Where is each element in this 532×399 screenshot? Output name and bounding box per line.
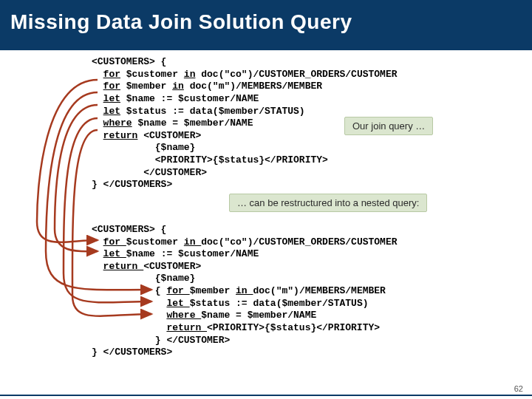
t: doc("m")/MEMBERS/MEMBER <box>253 285 385 296</box>
kw-return: return <box>103 261 144 272</box>
t: $customer <box>120 69 184 80</box>
t: $name = $member/NAME <box>201 310 316 321</box>
t: $member <box>120 81 172 92</box>
t <box>92 322 166 333</box>
t: </CUSTOMER> <box>92 167 207 178</box>
kw-let: let <box>166 298 189 309</box>
annotation-restructured: … can be restructured into a nested quer… <box>229 194 427 212</box>
kw-where: where <box>103 117 132 129</box>
t: } </CUSTOMERS> <box>92 179 172 190</box>
code-block-original: <CUSTOMERS> { for $customer in doc("co")… <box>92 56 532 191</box>
t: <CUSTOMER> <box>137 130 201 141</box>
t: } </CUSTOMER> <box>92 335 230 346</box>
t <box>92 310 166 321</box>
t: <CUSTOMERS> { <box>92 224 166 235</box>
kw-in: in <box>184 236 201 248</box>
t: $name := $customer/NAME <box>120 93 259 104</box>
t: $customer <box>126 236 184 248</box>
t <box>92 130 103 141</box>
kw-let: let <box>103 106 120 117</box>
footer-divider <box>0 395 532 396</box>
t: {$name} <box>92 142 195 153</box>
kw-let: let <box>103 93 120 104</box>
t <box>92 106 103 117</box>
kw-let: let <box>103 248 126 259</box>
t <box>92 81 103 92</box>
t: <PRIORITY>{$status}</PRIORITY> <box>207 322 380 333</box>
t: <PRIORITY>{$status}</PRIORITY> <box>92 154 328 166</box>
t: doc("co")/CUSTOMER_ORDERS/CUSTOMER <box>195 69 397 80</box>
t: } </CUSTOMERS> <box>92 347 172 358</box>
t: <CUSTOMER> <box>143 261 201 272</box>
t <box>92 93 103 104</box>
t <box>92 248 103 259</box>
kw-where: where <box>166 310 201 321</box>
code-block-nested: <CUSTOMERS> { for $customer in doc("co")… <box>92 224 532 359</box>
t: doc("co")/CUSTOMER_ORDERS/CUSTOMER <box>201 236 397 248</box>
kw-in: in <box>236 285 253 296</box>
t <box>92 236 103 248</box>
t: doc("m")/MEMBERS/MEMBER <box>184 81 322 92</box>
slide-title: Missing Data Join Solution Query <box>0 0 532 50</box>
kw-for: for <box>166 285 189 296</box>
kw-return: return <box>103 130 138 141</box>
t: {$name} <box>92 273 195 284</box>
annotation-join-query: Our join query … <box>344 117 433 135</box>
t: { <box>92 285 166 296</box>
t <box>92 298 166 309</box>
kw-in: in <box>184 69 196 80</box>
kw-for: for <box>103 236 126 248</box>
kw-return: return <box>166 322 207 333</box>
kw-for: for <box>103 81 120 92</box>
t <box>92 261 103 272</box>
t: <CUSTOMERS> { <box>92 56 166 67</box>
t: $name = $member/NAME <box>132 117 253 129</box>
t: $status := data($member/STATUS) <box>120 106 305 117</box>
t: $status := data($member/STATUS) <box>190 298 369 309</box>
t: $name := $customer/NAME <box>126 248 259 259</box>
t <box>92 69 103 80</box>
kw-in: in <box>172 81 184 92</box>
slide-number: 62 <box>514 384 523 393</box>
t <box>92 117 103 129</box>
kw-for: for <box>103 69 120 80</box>
t: $member <box>190 285 236 296</box>
